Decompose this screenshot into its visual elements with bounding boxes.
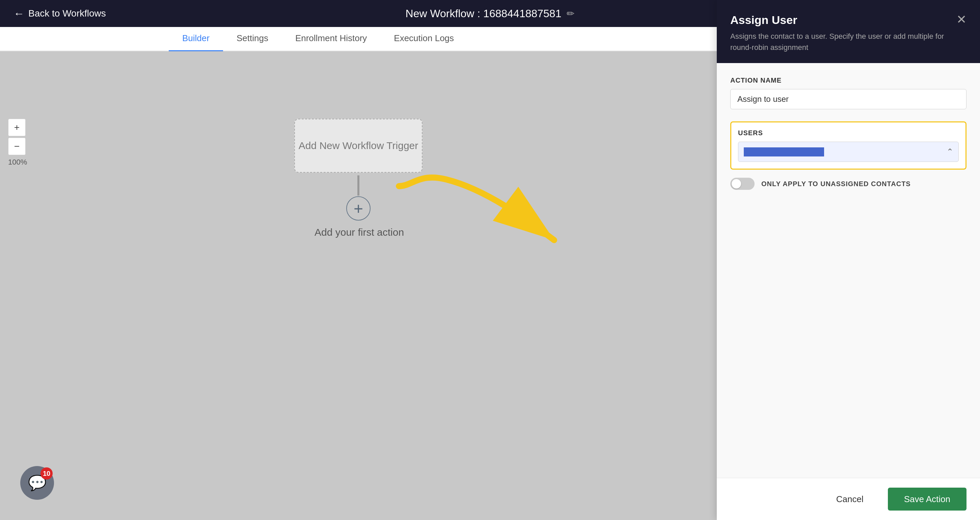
- panel-close-button[interactable]: ✕: [956, 13, 967, 25]
- tab-settings[interactable]: Settings: [223, 26, 282, 51]
- zoom-level-display: 100%: [8, 157, 27, 168]
- save-action-button[interactable]: Save Action: [888, 488, 967, 510]
- arrow-annotation: [379, 166, 581, 274]
- tab-builder[interactable]: Builder: [169, 26, 223, 51]
- connector-line: [357, 175, 360, 196]
- edit-icon[interactable]: ✏: [566, 8, 574, 19]
- panel-subtitle: Assigns the contact to a user. Specify t…: [730, 31, 967, 53]
- action-name-label: ACTION NAME: [730, 76, 967, 84]
- tab-execution[interactable]: Execution Logs: [380, 26, 468, 51]
- workflow-title: New Workflow : 1688441887581 ✏: [406, 8, 575, 20]
- toggle-knob: [732, 179, 741, 189]
- back-to-workflows-link[interactable]: ← Back to Workflows: [13, 8, 106, 20]
- panel-body: ACTION NAME USERS ██████████████ ⌃ ONLY …: [717, 63, 980, 478]
- unassigned-toggle-row: ONLY APPLY TO UNASSIGNED CONTACTS: [730, 178, 967, 190]
- action-name-input[interactable]: [730, 89, 967, 109]
- back-arrow-icon: ←: [13, 8, 24, 20]
- add-icon: +: [354, 199, 363, 218]
- chat-widget[interactable]: 💬 10: [20, 466, 54, 500]
- right-panel: Assign User ✕ Assigns the contact to a u…: [717, 0, 980, 520]
- panel-title: Assign User: [730, 13, 797, 27]
- trigger-box-label: Add New Workflow Trigger: [299, 139, 418, 153]
- panel-footer: Cancel Save Action: [717, 478, 980, 520]
- back-label: Back to Workflows: [29, 8, 106, 19]
- unassigned-toggle[interactable]: [730, 178, 754, 190]
- add-trigger-box[interactable]: Add New Workflow Trigger: [294, 119, 423, 173]
- chat-badge: 10: [40, 468, 52, 480]
- workflow-name: New Workflow : 1688441887581: [406, 8, 562, 20]
- users-select-wrapper: ██████████████ ⌃: [738, 142, 959, 162]
- panel-header: Assign User ✕ Assigns the contact to a u…: [717, 0, 980, 63]
- zoom-controls: + − 100%: [8, 119, 27, 168]
- users-section: USERS ██████████████ ⌃: [730, 121, 967, 170]
- tab-enrollment[interactable]: Enrollment History: [282, 26, 380, 51]
- unassigned-label: ONLY APPLY TO UNASSIGNED CONTACTS: [761, 180, 911, 188]
- add-action-button[interactable]: +: [346, 196, 371, 220]
- zoom-out-button[interactable]: −: [8, 138, 25, 155]
- zoom-in-button[interactable]: +: [8, 119, 25, 136]
- cancel-button[interactable]: Cancel: [820, 488, 880, 510]
- users-label: USERS: [738, 129, 959, 137]
- add-action-label: Add your first action: [315, 227, 404, 238]
- users-select[interactable]: ██████████████: [738, 142, 959, 162]
